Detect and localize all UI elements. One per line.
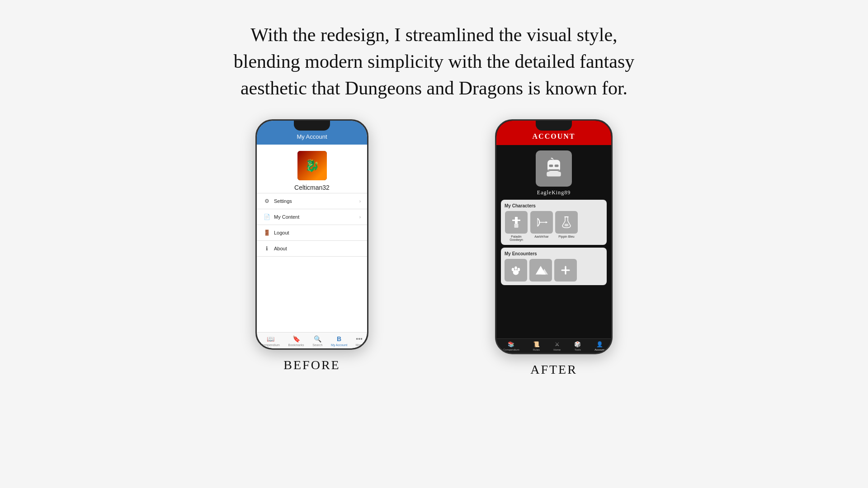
headline-line3: aesthetic that Dungeons and Dragons is k… <box>241 78 627 99</box>
after-tab-home[interactable]: ⚔ Home <box>553 341 561 351</box>
svg-rect-4 <box>547 172 561 177</box>
more-tab-icon: ••• <box>356 335 363 343</box>
encounter-paw-box <box>505 259 527 282</box>
after-compendium-label: Compendium <box>503 348 519 351</box>
after-tab-compendium[interactable]: 📚 Compendium <box>503 341 519 351</box>
compendium-tab-icon: 📖 <box>267 335 274 343</box>
after-tab-rules[interactable]: 📜 Rules <box>533 341 540 351</box>
myaccount-tab-icon: B <box>337 335 341 343</box>
char-paladin-label: Paladin Goodwyn <box>505 235 528 241</box>
after-footer: 📚 Compendium 📜 Rules ⚔ Home 🎲 Tools <box>496 338 611 353</box>
knight-icon <box>541 156 566 181</box>
after-compendium-icon: 📚 <box>508 341 514 347</box>
svg-point-12 <box>565 224 569 226</box>
after-rules-icon: 📜 <box>533 341 540 347</box>
after-account-icon: 👤 <box>596 341 603 347</box>
headline-line2: blending modern simplicity with the deta… <box>234 51 634 72</box>
dragon-icon: 🐉 <box>305 160 319 173</box>
content-label: My Content <box>274 214 299 220</box>
after-characters-section: My Characters <box>501 200 607 245</box>
svg-rect-6 <box>512 220 520 221</box>
content-icon: 📄 <box>263 213 270 221</box>
archer-icon <box>535 216 548 229</box>
after-header: Account <box>496 121 611 145</box>
before-tab-compendium[interactable]: 📖 Compendium <box>261 335 280 347</box>
headline: With the redesign, I streamlined the vis… <box>234 22 634 101</box>
before-section: My Account 🐉 Celticman32 ⚙ Settings <box>255 119 368 372</box>
svg-rect-2 <box>555 165 559 167</box>
before-label: BEFORE <box>283 358 340 372</box>
char-aarbhikar[interactable]: Aarbhi'kar <box>530 211 553 241</box>
logout-label: Logout <box>274 230 289 235</box>
encounter-paw[interactable] <box>505 259 527 282</box>
after-avatar <box>536 150 572 187</box>
svg-rect-1 <box>549 165 553 167</box>
before-menu-content[interactable]: 📄 My Content › <box>257 209 367 225</box>
more-tab-label: More <box>356 343 363 347</box>
encounters-title: My Encounters <box>505 251 603 256</box>
after-encounters-section: My Encounters <box>501 248 607 285</box>
after-tab-account[interactable]: 👤 Account <box>594 341 604 351</box>
logout-icon: 🚪 <box>263 229 270 236</box>
char-aarbhikar-box <box>530 211 553 234</box>
characters-row: Paladin Goodwyn <box>505 211 603 241</box>
after-screen: Account <box>496 121 611 353</box>
mountain-icon <box>533 263 548 277</box>
after-label: AFTER <box>530 362 577 377</box>
before-phone-frame: My Account 🐉 Celticman32 ⚙ Settings <box>255 119 368 350</box>
before-tab-more[interactable]: ••• More <box>356 335 363 347</box>
bookmarks-tab-icon: 🔖 <box>292 335 300 343</box>
plus-icon <box>558 263 573 277</box>
paladin-icon <box>509 216 523 229</box>
svg-point-14 <box>512 268 514 271</box>
before-tab-search[interactable]: 🔍 Search <box>312 335 322 347</box>
myaccount-tab-label: My Account <box>331 343 347 347</box>
encounter-mountain[interactable] <box>529 259 552 282</box>
before-tab-bookmarks[interactable]: 🔖 Bookmarks <box>288 335 304 347</box>
char-pippin-label: Pippin Bleu <box>558 235 574 238</box>
after-account-label: Account <box>594 348 604 351</box>
after-phone-frame: Account <box>495 119 613 354</box>
before-screen: My Account 🐉 Celticman32 ⚙ Settings <box>257 121 367 348</box>
flask-icon <box>560 216 573 229</box>
after-section: Account <box>495 119 613 377</box>
encounter-plus-box <box>554 259 577 282</box>
before-menu-logout[interactable]: 🚪 Logout <box>257 225 367 241</box>
after-tab-tools[interactable]: 🎲 Tools <box>574 341 581 351</box>
characters-title: My Characters <box>505 203 603 208</box>
before-footer: 📖 Compendium 🔖 Bookmarks 🔍 Search B My A… <box>257 332 367 348</box>
svg-rect-7 <box>514 224 519 228</box>
search-tab-icon: 🔍 <box>314 335 321 343</box>
before-username: Celticman32 <box>294 184 330 191</box>
char-paladin-box <box>505 211 528 234</box>
about-icon: ℹ <box>263 245 270 252</box>
before-content: 🐉 Celticman32 ⚙ Settings › 📄 <box>257 145 367 332</box>
char-paladin[interactable]: Paladin Goodwyn <box>505 211 528 241</box>
svg-rect-3 <box>548 169 560 171</box>
settings-icon: ⚙ <box>263 197 270 205</box>
settings-arrow: › <box>359 199 361 204</box>
svg-point-15 <box>514 267 517 270</box>
before-menu-settings[interactable]: ⚙ Settings › <box>257 193 367 209</box>
after-username: EagleKing89 <box>537 189 571 196</box>
content-arrow: › <box>359 215 361 220</box>
char-aarbhikar-label: Aarbhi'kar <box>534 235 548 238</box>
after-home-label: Home <box>553 348 561 351</box>
settings-label: Settings <box>274 198 292 204</box>
bookmarks-tab-label: Bookmarks <box>288 343 304 347</box>
before-menu-about[interactable]: ℹ About <box>257 241 367 257</box>
encounter-mountain-box <box>529 259 552 282</box>
headline-line1: With the redesign, I streamlined the vis… <box>250 24 617 45</box>
after-tools-icon: 🎲 <box>574 341 581 347</box>
phones-comparison: My Account 🐉 Celticman32 ⚙ Settings <box>255 119 613 377</box>
char-pippin[interactable]: Pippin Bleu <box>555 211 578 241</box>
after-rules-label: Rules <box>533 348 540 351</box>
char-pippin-box <box>555 211 578 234</box>
about-label: About <box>274 246 287 251</box>
before-header: My Account <box>257 121 367 145</box>
after-header-title: Account <box>533 132 576 140</box>
encounter-plus[interactable] <box>554 259 577 282</box>
before-menu: ⚙ Settings › 📄 My Content › 🚪 <box>257 193 367 257</box>
before-tab-myaccount[interactable]: B My Account <box>331 335 347 347</box>
encounters-row <box>505 259 603 282</box>
